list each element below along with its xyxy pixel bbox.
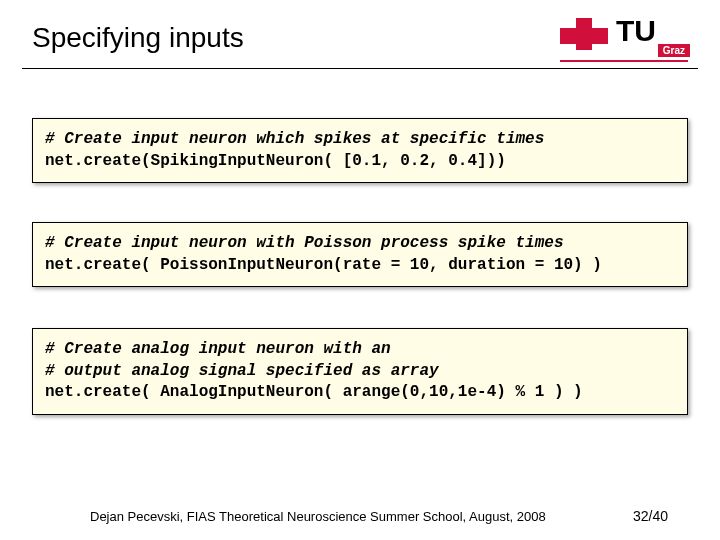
tu-graz-logo: TU Graz <box>560 16 700 64</box>
slide: Specifying inputs TU Graz # Create input… <box>0 0 720 540</box>
footer: Dejan Pecevski, FIAS Theoretical Neurosc… <box>0 508 720 524</box>
title-rule <box>22 68 698 69</box>
logo-text: TU <box>616 14 656 48</box>
code-comment: # Create input neuron with Poisson proce… <box>45 233 675 255</box>
code-comment: # output analog signal specified as arra… <box>45 361 675 383</box>
code-box-2: # Create input neuron with Poisson proce… <box>32 222 688 287</box>
code-box-3: # Create analog input neuron with an # o… <box>32 328 688 415</box>
footer-credit: Dejan Pecevski, FIAS Theoretical Neurosc… <box>90 509 546 524</box>
code-line: net.create( PoissonInputNeuron(rate = 10… <box>45 255 675 277</box>
page-title: Specifying inputs <box>32 22 244 54</box>
code-line: net.create(SpikingInputNeuron( [0.1, 0.2… <box>45 151 675 173</box>
logo-sub: Graz <box>658 44 690 57</box>
code-comment: # Create input neuron which spikes at sp… <box>45 129 675 151</box>
code-line: net.create( AnalogInputNeuron( arange(0,… <box>45 382 675 404</box>
title-row: Specifying inputs TU Graz <box>0 12 720 72</box>
page-number: 32/40 <box>633 508 668 524</box>
code-box-1: # Create input neuron which spikes at sp… <box>32 118 688 183</box>
code-comment: # Create analog input neuron with an <box>45 339 675 361</box>
logo-underline <box>560 60 688 62</box>
